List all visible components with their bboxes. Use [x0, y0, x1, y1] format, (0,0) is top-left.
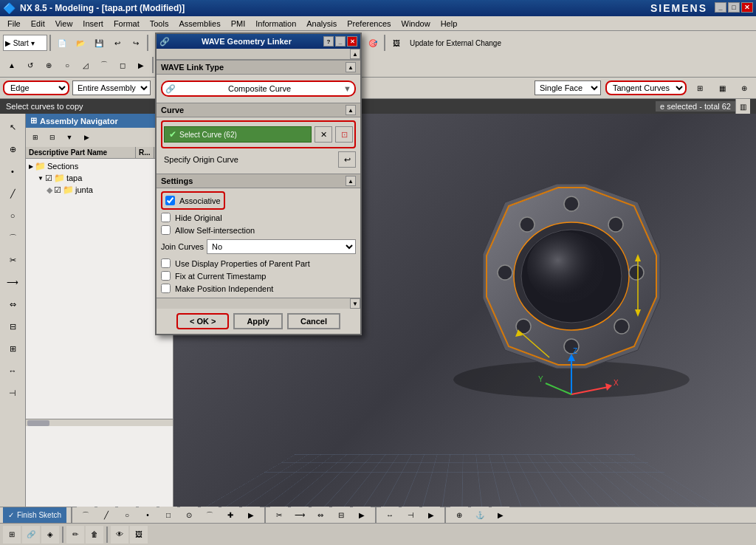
bt-more3-btn[interactable]: ▶ — [422, 507, 440, 524]
scrollbar-thumb[interactable] — [27, 420, 49, 426]
tapa-checkbox[interactable]: ☑ — [45, 174, 52, 183]
menu-assemblies[interactable]: Assemblies — [174, 18, 224, 29]
circle-icon[interactable]: ○ — [2, 205, 23, 226]
menu-help[interactable]: Help — [436, 18, 462, 29]
wave-help-btn[interactable]: ? — [323, 36, 334, 47]
bb-assemble-btn[interactable]: ⊞ — [3, 526, 21, 544]
select-curve-btn[interactable]: ✔ Select Curve (62) — [164, 126, 312, 143]
offset-icon[interactable]: ⊟ — [2, 316, 23, 337]
menu-analysis[interactable]: Analysis — [302, 18, 341, 29]
chamfer-btn[interactable]: ◿ — [77, 56, 94, 74]
menu-window[interactable]: Window — [397, 18, 435, 29]
bt-circle-btn[interactable]: ○ — [118, 507, 136, 524]
associative-checkbox[interactable] — [165, 196, 175, 205]
bt-trim-btn[interactable]: ✂ — [270, 507, 288, 524]
filter-extra-btn2[interactable]: ▦ — [713, 79, 731, 97]
revolve-btn[interactable]: ↺ — [21, 56, 39, 74]
start-dropdown[interactable]: ▶ Start ▾ — [3, 35, 47, 51]
bb-render-btn[interactable]: 🖼 — [130, 526, 148, 544]
maximize-button[interactable]: □ — [728, 2, 740, 13]
shell-btn[interactable]: ◻ — [114, 56, 131, 74]
bt-fillet-btn[interactable]: ⌒ — [201, 507, 219, 524]
menu-edit[interactable]: Edit — [27, 18, 49, 29]
dim-icon[interactable]: ↔ — [2, 360, 23, 381]
bt-plus-btn[interactable]: ✚ — [221, 507, 239, 524]
bt-rect-btn[interactable]: □ — [159, 507, 177, 524]
scroll-up-btn[interactable]: ▲ — [350, 49, 360, 59]
nav-collapse-btn[interactable]: ⊟ — [44, 129, 61, 145]
bt-more2-btn[interactable]: ▶ — [353, 507, 371, 524]
nav-item-tapa[interactable]: ▼ ☑ 📁 tapa — [36, 172, 171, 184]
nav-item-sections[interactable]: ▶ 📁 Sections — [27, 160, 171, 172]
settings-collapse-btn[interactable]: ▲ — [346, 176, 356, 186]
menu-pmi[interactable]: PMI — [227, 18, 250, 29]
arc-icon[interactable]: ⌒ — [2, 227, 23, 248]
bt-dim-btn[interactable]: ↔ — [381, 507, 399, 524]
bt-move-btn[interactable]: ⊕ — [450, 507, 468, 524]
link-type-dropdown[interactable]: 🔗 Composite Curve ▼ — [161, 80, 356, 97]
fix-timestamp-checkbox[interactable] — [161, 271, 171, 281]
menu-tools[interactable]: Tools — [145, 18, 173, 29]
nav-filter-btn[interactable]: ▼ — [61, 129, 78, 145]
select-clear-btn[interactable]: ✕ — [315, 126, 332, 143]
line-icon[interactable]: ╱ — [2, 183, 23, 204]
redo-button[interactable]: ↪ — [127, 34, 145, 52]
link-type-collapse-btn[interactable]: ▲ — [346, 62, 356, 72]
extend-icon[interactable]: ⟶ — [2, 272, 23, 292]
nav-more-btn[interactable]: ▶ — [78, 129, 94, 145]
menu-preferences[interactable]: Preferences — [343, 18, 395, 29]
filter-extra-btn1[interactable]: ⊞ — [691, 79, 709, 97]
make-independent-checkbox[interactable] — [161, 284, 171, 293]
bb-del-btn[interactable]: 🗑 — [86, 526, 103, 544]
bt-more4-btn[interactable]: ▶ — [492, 507, 509, 524]
wave-minimize-btn[interactable]: _ — [335, 36, 346, 47]
mirror-icon[interactable]: ⇔ — [2, 294, 23, 315]
open-button[interactable]: 📂 — [72, 34, 89, 52]
pattern-icon[interactable]: ⊞ — [2, 338, 23, 359]
new-button[interactable]: 📄 — [53, 34, 71, 52]
snap-icon[interactable]: ⊕ — [2, 139, 23, 160]
bt-anchor-btn[interactable]: ⚓ — [471, 507, 489, 524]
navigator-scrollbar[interactable] — [26, 419, 173, 426]
finish-sketch-btn[interactable]: ✓ Finish Sketch — [3, 507, 66, 524]
bt-mirror-btn[interactable]: ⇔ — [312, 507, 329, 524]
nav-expand-btn[interactable]: ⊞ — [27, 129, 44, 145]
bt-point-btn[interactable]: • — [139, 507, 157, 524]
origin-btn[interactable]: ↩ — [338, 151, 356, 168]
bt-ellipse-btn[interactable]: ⊙ — [180, 507, 198, 524]
edge-filter-dropdown[interactable]: Edge — [3, 80, 69, 95]
ok-button[interactable]: < OK > — [176, 313, 229, 329]
constraint-icon[interactable]: ⊣ — [2, 383, 23, 403]
menu-file[interactable]: File — [3, 18, 25, 29]
boolean-btn[interactable]: ⊕ — [40, 56, 58, 74]
select-add-btn[interactable]: ⊡ — [335, 126, 353, 143]
apply-button[interactable]: Apply — [233, 313, 283, 329]
bt-offset2-btn[interactable]: ⊟ — [332, 507, 350, 524]
trim-icon[interactable]: ✂ — [2, 250, 23, 270]
fillet-btn[interactable]: ⌒ — [95, 56, 113, 74]
bt-line-btn[interactable]: ╱ — [97, 507, 115, 524]
filter-extra-btn3[interactable]: ⊕ — [735, 79, 753, 97]
allow-self-intersection-checkbox[interactable] — [161, 225, 171, 235]
bb-ref-btn[interactable]: ◈ — [41, 526, 59, 544]
assembly-filter-dropdown[interactable]: Entire Assembly — [72, 80, 151, 95]
use-display-checkbox[interactable] — [161, 258, 171, 268]
tangent-filter-dropdown[interactable]: Tangent Curves — [605, 80, 687, 95]
render-btn[interactable]: 🖼 — [388, 34, 405, 52]
bt-arc-btn[interactable]: ⌒ — [77, 507, 94, 524]
wave-close-btn[interactable]: ✕ — [347, 36, 357, 47]
update-btn[interactable]: Update for External Change — [406, 34, 505, 52]
bb-edit-btn[interactable]: ✏ — [66, 526, 84, 544]
junta-checkbox[interactable]: ☑ — [54, 185, 61, 195]
orient-button[interactable]: 🎯 — [364, 34, 382, 52]
menu-format[interactable]: Format — [109, 18, 144, 29]
point-icon[interactable]: • — [2, 161, 23, 182]
bt-more-btn[interactable]: ▶ — [242, 507, 260, 524]
cancel-button[interactable]: Cancel — [287, 313, 340, 329]
save-button[interactable]: 💾 — [90, 34, 108, 52]
undo-button[interactable]: ↩ — [109, 34, 126, 52]
join-curves-dropdown[interactable]: No — [207, 239, 356, 254]
extrude-btn[interactable]: ▲ — [3, 56, 21, 74]
sidebar-toggle-btn[interactable]: ▥ — [735, 99, 750, 114]
select-icon[interactable]: ↖ — [2, 117, 23, 137]
